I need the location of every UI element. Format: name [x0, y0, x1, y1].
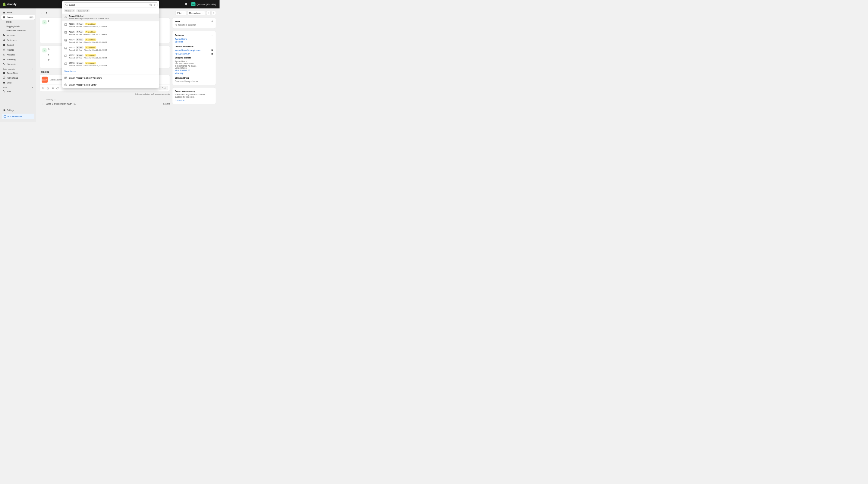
non-transferable-banner[interactable]: Non-transferable: [2, 114, 34, 119]
ship-country: United States: [175, 67, 213, 69]
match-text: Russel: [69, 57, 75, 59]
check-icon: [43, 21, 46, 24]
order-meta: • Placed on Dec 20, 11:44 AM: [82, 33, 107, 36]
sidebar-item-shipping-labels[interactable]: Shipping labels: [1, 24, 35, 29]
nav-label: Discounts: [7, 63, 16, 65]
brand-label: shopify: [7, 3, 17, 6]
timeline-entry-time: 5:36 PM: [163, 103, 170, 105]
row-char: P: [48, 59, 50, 61]
mention-icon[interactable]: [47, 87, 50, 90]
search-result-order[interactable]: #1032 Paid Unfulfilled Russell Winfield …: [62, 53, 159, 61]
svg-rect-2: [3, 82, 5, 84]
order-id: #1018: [69, 62, 74, 64]
sidebar-item-content[interactable]: Content: [1, 43, 35, 47]
sidebar-item-marketing[interactable]: Marketing: [1, 57, 35, 62]
show-more-link[interactable]: Show 6 more: [62, 68, 159, 74]
clear-icon[interactable]: [150, 4, 152, 6]
search-result-order[interactable]: #1018 Paid Unfulfilled Russell Winfield …: [62, 61, 159, 68]
sidebar-item-customers[interactable]: Customers: [1, 38, 35, 42]
sidebar-item-orders[interactable]: Orders 53: [1, 15, 35, 20]
tab-count: 12: [71, 10, 73, 12]
emoji-icon[interactable]: [42, 87, 44, 90]
unfulfilled-badge: Unfulfilled: [85, 38, 96, 41]
svg-point-19: [64, 84, 67, 86]
contact-email-link[interactable]: ayumu.hirano@example.com: [175, 49, 200, 51]
next-order-button[interactable]: [212, 11, 216, 15]
nav-label: Finance: [7, 49, 14, 51]
pos-icon: [3, 77, 5, 79]
order-meta: • Placed on Dec 20, 11:43 AM: [82, 57, 107, 59]
nav-label: Point of Sale: [7, 77, 18, 79]
hash-icon[interactable]: [52, 87, 54, 90]
order-id: #1032: [69, 54, 74, 57]
sidebar-item-drafts[interactable]: Drafts: [1, 20, 35, 24]
sales-channels-header[interactable]: Sales channels: [1, 67, 35, 71]
svg-point-7: [43, 88, 43, 88]
search-results: Russell Winfield russel.winfield@example…: [62, 13, 159, 74]
view-map-link[interactable]: View map: [175, 72, 213, 74]
post-button[interactable]: Post: [159, 86, 168, 90]
learn-more-link[interactable]: Learn more: [175, 99, 213, 101]
apps-grid-icon: [64, 77, 67, 80]
row-char: S: [48, 48, 50, 51]
match-text: Russel: [69, 26, 75, 28]
search-field[interactable]: [64, 2, 157, 7]
customer-name-link[interactable]: Ayumu Hirano: [175, 38, 213, 40]
clipboard-icon[interactable]: [211, 53, 213, 55]
notifications-icon[interactable]: [185, 3, 188, 6]
sidebar-item-shop[interactable]: Shop: [1, 81, 35, 85]
search-result-order[interactable]: #1033 Paid Unfulfilled Russell Winfield …: [62, 45, 159, 53]
sidebar-item-discounts[interactable]: Discounts: [1, 62, 35, 67]
more-actions-button[interactable]: More actions: [187, 11, 205, 16]
sidebar-item-analytics[interactable]: Analytics: [1, 53, 35, 57]
timeline-entry[interactable]: Sumin G created return #1054-R1. 5:36 PM: [46, 103, 170, 105]
search-result-customer[interactable]: Russell Winfield russel.winfield@example…: [62, 13, 159, 21]
ship-line2: Independence KS 67301: [175, 65, 213, 67]
match-text: Russel: [69, 15, 75, 18]
print-button[interactable]: Print: [176, 11, 186, 16]
back-button[interactable]: [40, 11, 44, 15]
card-title-label: Conversion summary: [175, 90, 195, 93]
action-bold: "russel": [76, 84, 83, 86]
unfulfilled-badge: Unfulfilled: [85, 23, 96, 25]
sidebar-item-flow[interactable]: Flow: [1, 89, 35, 94]
flow-icon: [3, 90, 5, 93]
sidebar-item-point-of-sale[interactable]: Point of Sale: [1, 75, 35, 80]
sidebar-item-settings[interactable]: Settings: [1, 108, 35, 113]
more-icon[interactable]: [210, 34, 213, 37]
search-app-store[interactable]: Search "russel" in Shopify App Store: [62, 74, 159, 81]
clipboard-icon[interactable]: [211, 49, 213, 51]
apps-header[interactable]: Apps: [1, 85, 35, 89]
search-result-order[interactable]: #1035 Paid Unfulfilled Russell Winfield …: [62, 29, 159, 37]
search-input[interactable]: [69, 4, 148, 6]
cust-suffix: l Winfield: [75, 57, 82, 59]
attachment-icon[interactable]: [56, 87, 59, 90]
chevron-right-icon: [31, 87, 33, 89]
prev-order-button[interactable]: [207, 11, 211, 15]
svg-point-6: [42, 87, 44, 89]
filter-icon[interactable]: [153, 4, 156, 6]
chevron-right-icon: [213, 12, 215, 14]
sidebar-item-online-store[interactable]: Online Store: [1, 71, 35, 75]
filter-tab-orders[interactable]: Orders 12: [64, 9, 75, 12]
sidebar-item-finance[interactable]: Finance: [1, 48, 35, 52]
unfulfilled-badge: Unfulfilled: [85, 54, 96, 57]
contact-phone-link[interactable]: +1 613-555-0127: [175, 53, 190, 55]
search-help-center[interactable]: Search "russel" in Help Center: [62, 81, 159, 88]
filter-tab-customers[interactable]: Customers 1: [76, 9, 90, 12]
sidebar-item-home[interactable]: Home: [1, 10, 35, 15]
timeline-privacy-note: Only you and other staff can see comment…: [40, 93, 170, 95]
customer-orders-link[interactable]: 11 orders: [175, 41, 213, 43]
svg-rect-18: [66, 78, 67, 79]
sidebar-item-abandoned-checkouts[interactable]: Abandoned checkouts: [1, 29, 35, 33]
nav-label: Shop: [7, 81, 11, 84]
search-result-order[interactable]: #1034 Paid Unfulfilled Russell Winfield …: [62, 37, 159, 45]
edit-icon[interactable]: [211, 20, 213, 23]
sidebar-item-products[interactable]: Products: [1, 33, 35, 38]
shopify-logo[interactable]: shopify: [2, 2, 17, 6]
action-post: in Shopify App Store: [84, 77, 102, 79]
cust-suffix: l Winfield: [75, 65, 82, 67]
ship-phone-link[interactable]: +1 613-555-0127: [175, 69, 213, 72]
store-switcher[interactable]: Qu Quickstart (60bbc47a): [190, 1, 217, 7]
search-result-order[interactable]: #1036 Paid Unfulfilled Russell Winfield …: [62, 21, 159, 29]
